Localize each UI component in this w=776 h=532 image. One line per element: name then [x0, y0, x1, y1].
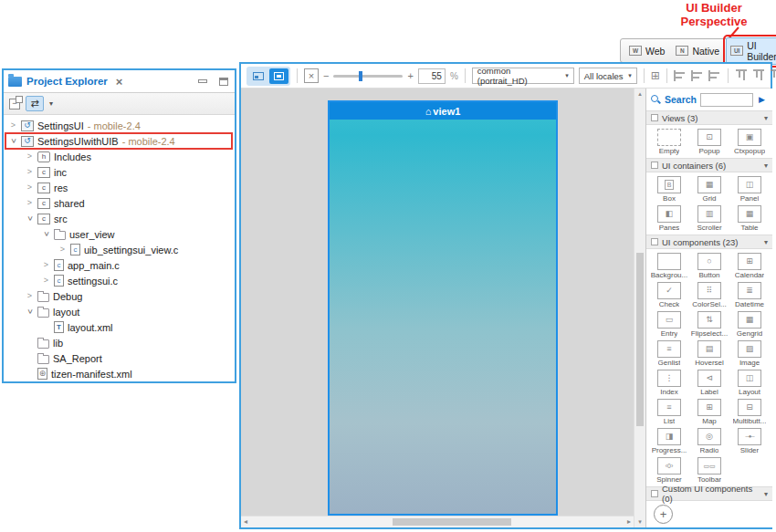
palette-item[interactable]: Spinner [649, 455, 689, 485]
tree-item[interactable]: Debug [4, 288, 235, 304]
design-canvas[interactable]: ⌂ view1 [241, 89, 634, 519]
palette-item[interactable]: Ctxpopup [729, 127, 770, 156]
palette-item[interactable]: Table [729, 203, 770, 233]
tree-item[interactable]: app_main.c [4, 257, 235, 273]
collapse-all-button[interactable]: − [9, 99, 20, 110]
palette-item[interactable]: Scroller [689, 203, 729, 233]
palette-item[interactable]: Label [689, 368, 729, 397]
perspective-button[interactable]: N Native [671, 43, 724, 59]
palette-item[interactable]: Calendar [729, 251, 770, 280]
section-collapse-icon[interactable]: ▾ [764, 238, 768, 246]
palette-item[interactable]: Entry [649, 309, 689, 339]
locales-dropdown[interactable]: All locales ▾ [579, 68, 637, 84]
tree-expand-arrow[interactable] [42, 261, 50, 269]
view-menu-button[interactable]: ▾ [49, 99, 53, 108]
palette-item[interactable]: Check [649, 280, 689, 309]
tree-expand-arrow[interactable] [26, 308, 34, 316]
tree-item[interactable]: user_view [4, 226, 235, 242]
search-run-button[interactable]: ▶ [759, 95, 765, 104]
align-left-button[interactable] [674, 70, 687, 81]
tree-item[interactable]: inc [4, 164, 235, 180]
zoom-out-button[interactable]: − [323, 70, 329, 81]
keypad-button[interactable]: ⊞ [651, 70, 660, 81]
perspective-button[interactable]: UI UI Builder [726, 37, 776, 65]
scroll-down-button[interactable]: ▾ [634, 518, 645, 526]
focus-mode-button[interactable] [269, 68, 288, 84]
tree-expand-arrow[interactable] [26, 152, 34, 161]
tree-item[interactable]: tizen-manifest.xml [4, 366, 235, 381]
tree-expand-arrow[interactable] [42, 230, 50, 238]
tree-expand-arrow[interactable] [26, 183, 34, 192]
maximize-icon[interactable] [219, 78, 228, 86]
section-header[interactable]: Views (3) ▾ [646, 110, 772, 125]
fit-to-window-button[interactable]: × [304, 68, 319, 83]
tree-item[interactable]: uib_settingsui_view.c [4, 242, 235, 257]
minimize-icon[interactable] [198, 79, 207, 83]
zoom-value-input[interactable]: 55 [418, 68, 446, 84]
align-middle-button[interactable] [753, 69, 764, 82]
tree-expand-arrow[interactable] [58, 245, 67, 254]
palette-item[interactable]: Hoversel [689, 339, 729, 368]
palette-item[interactable]: Flipselect... [689, 309, 729, 339]
palette-item[interactable]: Panel [729, 174, 770, 203]
tree-expand-arrow[interactable] [26, 292, 34, 300]
normal-mode-button[interactable] [248, 68, 267, 84]
tree-expand-arrow[interactable] [42, 276, 50, 285]
horizontal-scroll-thumb[interactable] [393, 518, 511, 526]
palette-item[interactable]: Progress... [649, 426, 689, 455]
palette-item[interactable]: Popup [689, 127, 729, 156]
vertical-scrollbar[interactable]: ▴ ▾ [634, 89, 645, 527]
section-collapse-icon[interactable]: ▾ [764, 490, 768, 498]
zoom-in-button[interactable]: + [407, 70, 413, 81]
palette-item[interactable]: Box [649, 174, 689, 203]
vertical-scroll-thumb[interactable] [636, 253, 644, 426]
link-editor-button[interactable]: ⇄ [26, 96, 44, 111]
resolution-dropdown[interactable]: common (portrait_HD) ▾ [472, 68, 574, 84]
section-header[interactable]: UI containers (6) ▾ [646, 158, 772, 172]
tree-expand-arrow[interactable] [26, 214, 34, 223]
tree-item[interactable]: res [4, 180, 235, 195]
palette-item[interactable]: Multibutt... [729, 397, 770, 426]
palette-item[interactable]: Panes [649, 203, 689, 233]
section-collapse-icon[interactable]: ▾ [764, 114, 768, 122]
tree-expand-arrow[interactable] [9, 121, 17, 130]
tree-expand-arrow[interactable] [9, 137, 17, 145]
palette-item[interactable]: Grid [689, 174, 729, 203]
tree-item[interactable]: SettingsUIwithUIB - mobile-2.4 [4, 133, 235, 149]
palette-item[interactable]: Empty [649, 127, 689, 156]
align-center-button[interactable] [691, 70, 704, 81]
tree-item[interactable]: layout.xml [4, 319, 235, 335]
horizontal-scrollbar[interactable]: ◂ ▸ [241, 516, 634, 527]
palette-item[interactable]: Backgrou... [649, 251, 689, 280]
zoom-slider[interactable] [333, 75, 403, 78]
palette-item[interactable]: Slider [729, 426, 770, 455]
palette-item[interactable]: List [649, 397, 689, 426]
tree-item[interactable]: SettingsUI - mobile-2.4 [4, 118, 235, 133]
tree-item[interactable]: SA_Report [4, 350, 235, 366]
view-header[interactable]: ⌂ view1 [330, 102, 556, 120]
tree-item[interactable]: settingsui.c [4, 273, 235, 288]
tree-item[interactable]: layout [4, 304, 235, 319]
align-bottom-button[interactable] [771, 69, 776, 82]
tree-item[interactable]: shared [4, 195, 235, 211]
zoom-slider-thumb[interactable] [359, 71, 362, 81]
add-component-button[interactable]: + [654, 505, 673, 524]
palette-item[interactable]: Layout [729, 368, 770, 397]
tree-item[interactable]: lib [4, 335, 235, 350]
palette-item[interactable]: Gengrid [729, 309, 770, 339]
palette-item[interactable]: Button [689, 251, 729, 280]
palette-item[interactable]: Toolbar [689, 455, 729, 485]
palette-item[interactable]: Datetime [729, 280, 770, 309]
palette-item[interactable]: Genlist [649, 339, 689, 368]
scroll-right-button[interactable]: ▸ [627, 517, 631, 526]
palette-item[interactable]: Map [689, 397, 729, 426]
palette-item[interactable]: Index [649, 368, 689, 397]
palette-item[interactable]: ColorSel... [689, 280, 729, 309]
phone-frame[interactable]: ⌂ view1 [328, 100, 558, 516]
tree-item[interactable]: Includes [4, 149, 235, 164]
scroll-up-button[interactable]: ▴ [634, 90, 645, 98]
section-header[interactable]: Custom UI components (0) ▾ [646, 486, 772, 501]
section-header[interactable]: UI components (23) ▾ [646, 235, 772, 249]
align-right-button[interactable] [708, 70, 721, 81]
align-top-button[interactable] [736, 69, 747, 82]
